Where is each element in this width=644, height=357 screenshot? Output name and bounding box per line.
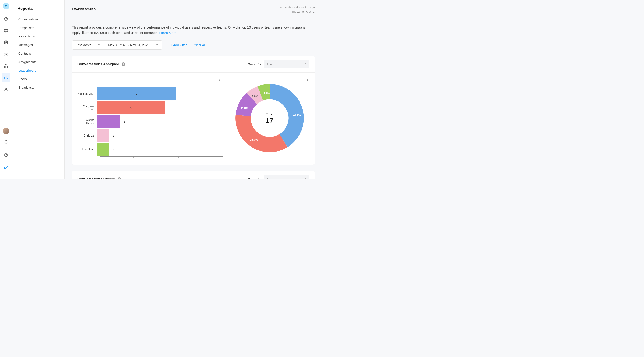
add-filter-button[interactable]: + Add Filter	[170, 43, 186, 47]
chevron-down-icon	[98, 43, 101, 47]
report-description-text: This report provides a comprehensive vie…	[72, 25, 306, 34]
sidebar-item-broadcasts[interactable]: Broadcasts	[12, 83, 64, 92]
chevron-down-icon	[303, 177, 306, 178]
svg-rect-5	[6, 64, 6, 65]
learn-more-link[interactable]: Learn More	[159, 31, 176, 34]
bar-chart-panel: Nabihah Md...7Yong Wai Ting6Yvonne Harpe…	[77, 78, 223, 158]
svg-point-3	[6, 41, 6, 43]
last-updated-text: Last updated 4 minutes ago	[279, 5, 315, 9]
donut-total-label: Total	[266, 112, 273, 116]
sidebar-item-messages[interactable]: Messages	[12, 41, 64, 49]
period-value: Last Month	[76, 43, 91, 47]
sidebar-item-conversations[interactable]: Conversations	[12, 15, 64, 23]
group-by-value: User	[267, 177, 274, 179]
sidebar-item-resolutions[interactable]: Resolutions	[12, 32, 64, 41]
group-by-select[interactable]: User	[264, 60, 310, 68]
bar-value: 6	[130, 106, 132, 109]
group-by-select[interactable]: User	[264, 175, 310, 178]
donut-slice-pct: 35.3%	[250, 138, 258, 141]
card-title: Conversations Assigned	[77, 62, 119, 66]
card-title: Conversations Closed	[77, 177, 115, 179]
bar-value: 7	[136, 92, 137, 95]
bar-label: Yong Wai Ting	[77, 105, 97, 111]
date-range-value: May 01, 2023 - May 31, 2023	[108, 43, 149, 47]
conversations-closed-card: Conversations Closed i Group By User	[72, 171, 315, 178]
bar-row: Yong Wai Ting6	[77, 101, 223, 115]
plus-icon: +	[170, 43, 172, 47]
svg-point-8	[6, 89, 6, 90]
icon-rail: C	[0, 0, 12, 178]
donut-chart: Total 17 41.2%35.3%11.8%5.9%5.9%	[235, 83, 304, 153]
bar-row: Nabihah Md...7	[77, 87, 223, 101]
topbar: LEADERBOARD Last updated 4 minutes ago T…	[65, 0, 322, 18]
sidebar: Reports Conversations Responses Resoluti…	[12, 0, 65, 178]
donut-chart-menu[interactable]	[305, 78, 310, 83]
sidebar-title: Reports	[12, 6, 64, 15]
chevron-down-icon	[303, 62, 306, 66]
donut-chart-panel: Total 17 41.2%35.3%11.8%5.9%5.9%	[228, 78, 311, 158]
conversations-assigned-card: Conversations Assigned i Group By User	[72, 56, 315, 165]
notifications-icon[interactable]	[2, 138, 10, 147]
sidebar-item-responses[interactable]: Responses	[12, 23, 64, 32]
donut-total-value: 17	[266, 116, 273, 124]
chevron-down-icon	[155, 43, 158, 47]
timezone-text: Time Zone - 0 UTC	[279, 9, 315, 14]
brand-check-icon[interactable]	[2, 163, 10, 172]
bar	[97, 143, 108, 156]
bar-label: Chris Lai	[77, 134, 97, 137]
messages-icon[interactable]	[2, 26, 10, 35]
svg-rect-7	[7, 66, 8, 67]
donut-slice-pct: 5.9%	[264, 92, 270, 95]
add-filter-label: Add Filter	[173, 43, 187, 47]
bar: 6	[97, 101, 165, 114]
info-icon[interactable]: i	[122, 62, 125, 66]
group-by-label: Group By	[248, 177, 261, 179]
reports-icon[interactable]	[2, 73, 10, 82]
bar-label: Leon Lam	[77, 148, 97, 151]
date-range-select[interactable]: May 01, 2023 - May 31, 2023	[104, 40, 162, 50]
sidebar-item-leaderboard[interactable]: Leaderboard	[12, 66, 64, 75]
svg-point-4	[6, 54, 6, 54]
bar-value: 2	[124, 120, 125, 123]
contacts-icon[interactable]	[2, 38, 10, 47]
report-description: This report provides a comprehensive vie…	[72, 25, 310, 35]
info-icon[interactable]: i	[118, 177, 121, 179]
group-by-value: User	[267, 62, 274, 66]
donut-slice-pct: 41.2%	[293, 114, 301, 117]
main-panel: LEADERBOARD Last updated 4 minutes ago T…	[65, 0, 322, 178]
page-title: LEADERBOARD	[72, 8, 96, 11]
bar-value: 1	[112, 148, 114, 151]
sidebar-item-assignments[interactable]: Assignments	[12, 58, 64, 66]
bar-value: 1	[112, 134, 114, 137]
filters-row: Last Month May 01, 2023 - May 31, 2023 +…	[72, 40, 315, 50]
bar-row: Yvonne Harper2	[77, 115, 223, 129]
group-by-label: Group By	[248, 62, 261, 66]
sidebar-item-contacts[interactable]: Contacts	[12, 49, 64, 58]
bar-chart-menu[interactable]	[218, 78, 222, 83]
svg-rect-6	[4, 66, 5, 67]
settings-icon[interactable]	[2, 85, 10, 93]
help-icon[interactable]	[2, 151, 10, 159]
bar-label: Nabihah Md...	[77, 92, 97, 95]
dashboard-icon[interactable]	[2, 15, 10, 23]
bar: 7	[97, 87, 176, 100]
period-select[interactable]: Last Month	[72, 40, 104, 50]
donut-slice-pct: 5.9%	[252, 95, 258, 98]
bar	[97, 115, 120, 128]
donut-slice-pct: 11.8%	[241, 107, 248, 110]
broadcast-icon[interactable]	[2, 50, 10, 58]
bar-chart: Nabihah Md...7Yong Wai Ting6Yvonne Harpe…	[77, 78, 223, 158]
user-avatar[interactable]	[3, 128, 9, 134]
workspace-avatar[interactable]: C	[3, 3, 10, 9]
clear-all-button[interactable]: Clear All	[194, 43, 206, 47]
bar	[97, 129, 108, 142]
svg-rect-1	[4, 29, 8, 32]
page-status: Last updated 4 minutes ago Time Zone - 0…	[279, 5, 315, 14]
sidebar-item-users[interactable]: Users	[12, 75, 64, 83]
bar-row: Chris Lai1	[77, 129, 223, 143]
bar-row: Leon Lam1	[77, 143, 223, 156]
org-icon[interactable]	[2, 61, 10, 70]
bar-label: Yvonne Harper	[77, 119, 97, 125]
